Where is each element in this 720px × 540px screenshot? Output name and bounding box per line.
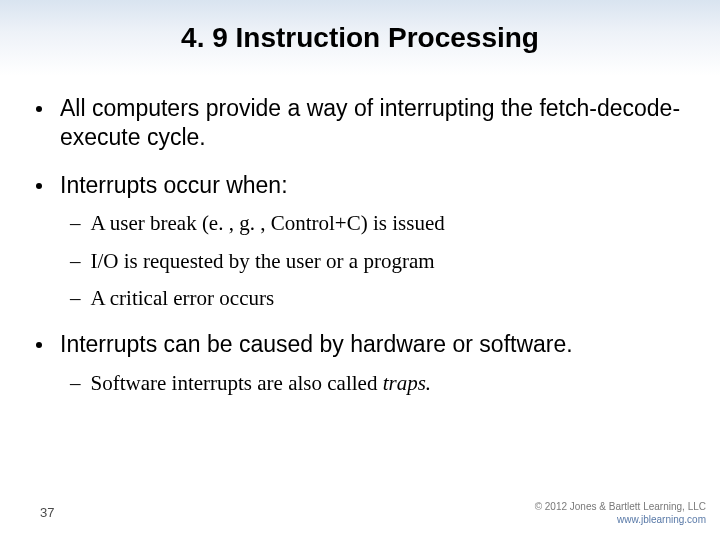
copyright-line2: www.jblearning.com: [535, 514, 706, 527]
page-number: 37: [40, 505, 54, 520]
sub-bullet-italic: traps.: [383, 371, 431, 395]
sub-bullet-item: – A critical error occurs: [70, 285, 684, 312]
sub-bullet-item: – I/O is requested by the user or a prog…: [70, 248, 684, 275]
bullet-dot-icon: [36, 342, 42, 348]
bullet-item: All computers provide a way of interrupt…: [36, 94, 684, 153]
sub-bullet-text: A critical error occurs: [91, 285, 685, 312]
dash-icon: –: [70, 370, 81, 397]
bullet-text: All computers provide a way of interrupt…: [60, 94, 684, 153]
dash-icon: –: [70, 248, 81, 275]
sub-bullet-item: – Software interrupts are also called tr…: [70, 370, 684, 397]
dash-icon: –: [70, 210, 81, 237]
copyright-block: © 2012 Jones & Bartlett Learning, LLC ww…: [535, 501, 706, 526]
sub-bullet-prefix: Software interrupts are also called: [91, 371, 383, 395]
bullet-text: Interrupts occur when:: [60, 171, 684, 200]
dash-icon: –: [70, 285, 81, 312]
bullet-item: Interrupts occur when:: [36, 171, 684, 200]
bullet-item: Interrupts can be caused by hardware or …: [36, 330, 684, 359]
slide-content: All computers provide a way of interrupt…: [0, 64, 720, 397]
slide-title: 4. 9 Instruction Processing: [0, 0, 720, 64]
bullet-dot-icon: [36, 106, 42, 112]
sub-bullet-text: I/O is requested by the user or a progra…: [91, 248, 685, 275]
bullet-dot-icon: [36, 183, 42, 189]
sub-bullet-text: A user break (e. , g. , Control+C) is is…: [91, 210, 685, 237]
copyright-line1: © 2012 Jones & Bartlett Learning, LLC: [535, 501, 706, 514]
bullet-text: Interrupts can be caused by hardware or …: [60, 330, 684, 359]
sub-bullet-item: – A user break (e. , g. , Control+C) is …: [70, 210, 684, 237]
sub-bullet-text: Software interrupts are also called trap…: [91, 370, 685, 397]
